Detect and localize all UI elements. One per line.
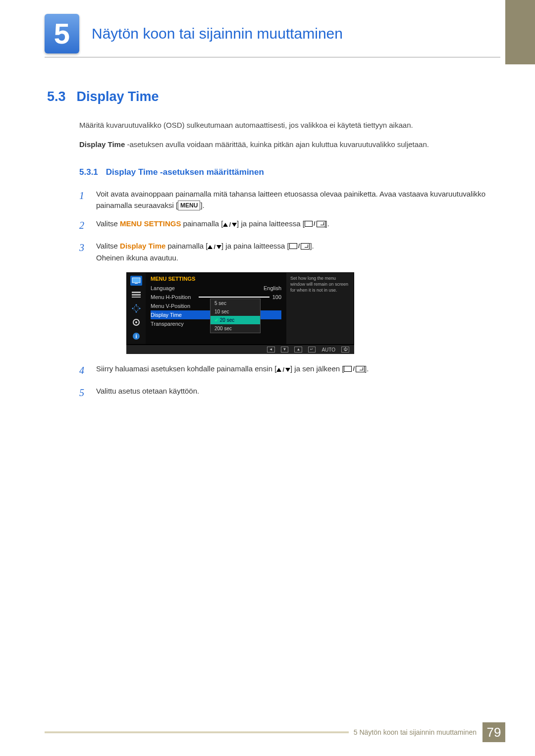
osd-main-panel: MENU SETTINGS Language English Menu H-Po… <box>146 273 286 344</box>
footer-divider <box>45 731 349 733</box>
osd-label: Menu H-Position <box>151 294 191 300</box>
step-number: 3 <box>79 240 88 263</box>
step-2-c: painamalla [ <box>181 219 223 228</box>
up-down-icon: / <box>276 365 290 375</box>
step-4: 4 Siirry haluamasi asetuksen kohdalle pa… <box>79 363 488 378</box>
subsection-title: Display Time -asetuksen määrittäminen <box>106 167 264 177</box>
osd-dropdown: 5 sec 10 sec 20 sec 200 sec <box>210 299 261 333</box>
chapter-title: Näytön koon tai sijainnin muuttaminen <box>92 25 343 42</box>
chapter-header: 5 Näytön koon tai sijainnin muuttaminen <box>45 10 500 57</box>
step-3-a: Valitse <box>96 242 120 250</box>
step-4-c: ]. <box>365 364 369 373</box>
term-display-time: Display Time <box>79 140 125 149</box>
svg-rect-4 <box>132 297 141 298</box>
svg-marker-6 <box>135 304 137 305</box>
step-1-text-a: Voit avata avainoppaan painamalla mitä t… <box>96 190 485 209</box>
list-icon <box>130 290 142 300</box>
svg-marker-9 <box>139 307 141 309</box>
step-3-c: painamalla [ <box>165 242 208 250</box>
up-icon: ▲ <box>294 347 302 353</box>
svg-rect-3 <box>132 294 141 296</box>
menu-settings-label: MENU SETTINGS <box>120 219 181 228</box>
down-icon: ▼ <box>281 347 289 353</box>
section-number: 5.3 <box>47 89 66 104</box>
step-number: 4 <box>79 363 88 378</box>
step-5-text: Valittu asetus otetaan käyttöön. <box>96 385 199 401</box>
content-area: 5.3 Display Time Määritä kuvaruutuvalikk… <box>47 89 488 407</box>
chapter-number-badge: 5 <box>45 14 79 53</box>
svg-rect-1 <box>135 283 138 284</box>
section-heading: 5.3 Display Time <box>47 89 488 104</box>
step-3: 3 Valitse Display Time painamalla [/] ja… <box>79 240 488 263</box>
osd-row-language: Language English <box>151 284 281 293</box>
page: 5 Näytön koon tai sijainnin muuttaminen … <box>0 0 535 756</box>
step-1-text-b: ]. <box>200 201 204 209</box>
osd-help-panel: Set how long the menu window will remain… <box>286 273 354 344</box>
osd-value: English <box>264 285 281 291</box>
osd-option: 10 sec <box>211 307 260 316</box>
left-icon: ◄ <box>267 347 275 353</box>
slider-icon <box>199 297 269 298</box>
step-number: 2 <box>79 218 88 233</box>
section-title: Display Time <box>77 89 159 104</box>
auto-label: AUTO <box>321 347 335 353</box>
svg-marker-7 <box>135 311 137 313</box>
step-4-a: Siirry haluamasi asetuksen kohdalle pain… <box>96 364 276 373</box>
subsection-number: 5.3.1 <box>79 167 98 177</box>
svg-marker-8 <box>132 307 133 309</box>
osd-label: Language <box>151 285 175 291</box>
step-2: 2 Valitse MENU SETTINGS painamalla [/] j… <box>79 218 488 233</box>
step-1: 1 Voit avata avainoppaan painamalla mitä… <box>79 188 488 211</box>
select-enter-icon: / <box>344 364 365 374</box>
osd-option-selected: 20 sec <box>211 316 260 324</box>
up-down-icon: / <box>208 242 221 252</box>
svg-rect-2 <box>132 292 141 293</box>
osd-sidebar: i <box>127 273 146 344</box>
svg-rect-5 <box>134 306 138 310</box>
page-number: 79 <box>482 722 505 742</box>
steps-list-cont: 4 Siirry haluamasi asetuksen kohdalle pa… <box>79 363 488 401</box>
osd-screenshot: i MENU SETTINGS Language English Menu H-… <box>126 272 354 354</box>
osd-value: 100 <box>272 294 281 300</box>
svg-point-11 <box>135 321 137 323</box>
step-5: 5 Valittu asetus otetaan käyttöön. <box>79 385 488 401</box>
svg-text:i: i <box>135 333 137 339</box>
gear-icon <box>130 317 142 327</box>
step-number: 5 <box>79 385 88 401</box>
step-3-d: ] ja paina laitteessa [ <box>221 242 289 250</box>
svg-rect-0 <box>132 278 140 283</box>
intro-paragraph-2: Display Time -asetuksen avulla voidaan m… <box>79 139 488 150</box>
osd-label: Display Time <box>151 312 182 318</box>
step-number: 1 <box>79 188 88 211</box>
select-enter-icon: / <box>305 219 325 229</box>
step-2-d: ] ja paina laitteessa [ <box>237 219 305 228</box>
select-enter-icon: / <box>289 241 310 251</box>
osd-option: 5 sec <box>211 299 260 307</box>
header-decoration <box>505 0 535 64</box>
info-icon: i <box>130 331 142 341</box>
step-3-e: ]. <box>310 242 314 250</box>
position-icon <box>130 303 142 313</box>
osd-window: i MENU SETTINGS Language English Menu H-… <box>126 272 354 345</box>
up-down-icon: / <box>223 220 237 230</box>
footer-chapter-ref: 5 Näytön koon tai sijainnin muuttaminen <box>354 728 477 736</box>
osd-label: Transparency <box>151 321 184 327</box>
osd-option: 200 sec <box>211 324 260 333</box>
monitor-icon <box>130 276 142 286</box>
intro-2-rest: -asetuksen avulla voidaan määrittää, kui… <box>125 140 429 149</box>
step-4-b: ] ja sen jälkeen [ <box>290 364 344 373</box>
osd-title: MENU SETTINGS <box>151 276 281 282</box>
subsection-heading: 5.3.1 Display Time -asetuksen määrittämi… <box>79 167 488 177</box>
osd-label: Menu V-Position <box>151 303 190 309</box>
menu-button-chip: MENU <box>178 201 200 211</box>
step-2-e: ]. <box>325 219 329 228</box>
step-3-f: Oheinen ikkuna avautuu. <box>96 253 178 262</box>
display-time-label: Display Time <box>120 242 165 250</box>
osd-footer: ◄ ▼ ▲ ↵ AUTO ⏻ <box>126 345 354 354</box>
intro-paragraph-1: Määritä kuvaruutuvalikko (OSD) sulkeutum… <box>79 119 488 131</box>
enter-icon: ↵ <box>308 347 316 353</box>
steps-list: 1 Voit avata avainoppaan painamalla mitä… <box>79 188 488 264</box>
power-icon: ⏻ <box>341 347 349 353</box>
step-2-a: Valitse <box>96 219 120 228</box>
page-footer: 5 Näytön koon tai sijainnin muuttaminen … <box>45 722 505 742</box>
